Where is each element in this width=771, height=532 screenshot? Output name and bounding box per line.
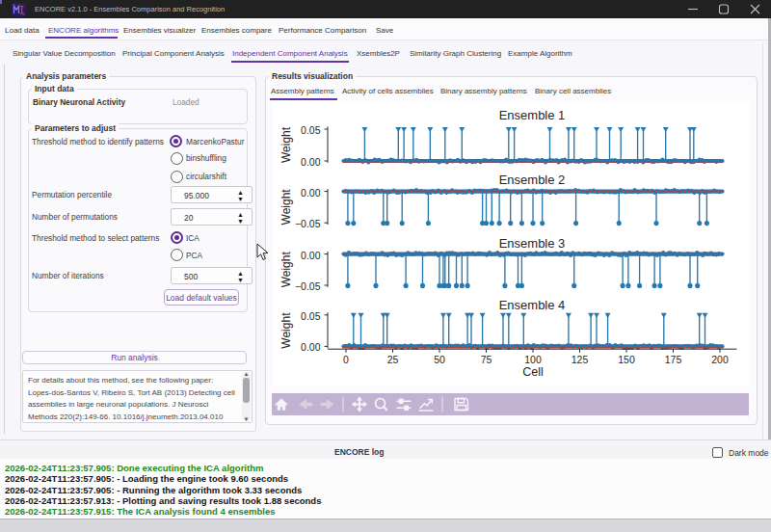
svg-text:125: 125: [572, 354, 589, 365]
svg-text:Weight: Weight: [279, 189, 293, 226]
svg-text:25: 25: [387, 354, 399, 365]
svg-text:175: 175: [665, 354, 682, 365]
svg-text:Weight: Weight: [279, 312, 293, 349]
svg-text:Weight: Weight: [279, 252, 293, 288]
svg-text:Ensemble 2: Ensemble 2: [499, 173, 566, 187]
svg-text:0: 0: [343, 354, 349, 365]
svg-text:0.00: 0.00: [301, 156, 321, 168]
svg-text:Ensemble 1: Ensemble 1: [499, 108, 566, 122]
svg-text:0.05: 0.05: [301, 124, 321, 136]
svg-text:150: 150: [618, 354, 635, 365]
svg-text:−0.05: −0.05: [295, 218, 321, 229]
svg-text:0.00: 0.00: [301, 341, 321, 353]
svg-text:Ensemble 3: Ensemble 3: [499, 236, 566, 251]
svg-text:75: 75: [481, 354, 492, 365]
svg-text:Ensemble 4: Ensemble 4: [499, 298, 566, 312]
svg-text:0.05: 0.05: [301, 310, 321, 322]
svg-text:50: 50: [434, 354, 445, 365]
svg-text:0.00: 0.00: [301, 250, 321, 261]
svg-text:0.00: 0.00: [301, 187, 321, 199]
svg-text:Cell: Cell: [522, 365, 544, 379]
svg-text:−0.05: −0.05: [295, 280, 321, 292]
svg-text:100: 100: [524, 354, 542, 365]
svg-text:Weight: Weight: [279, 126, 293, 163]
svg-text:200: 200: [711, 354, 729, 365]
